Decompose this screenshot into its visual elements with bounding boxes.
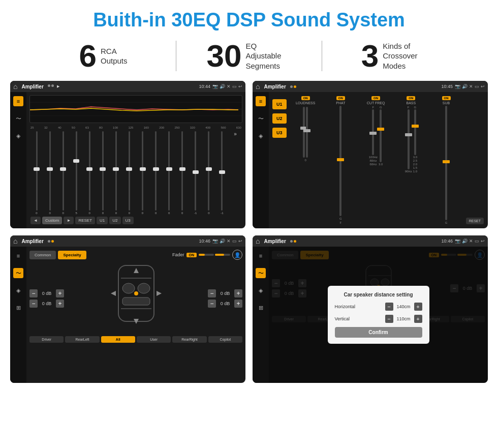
page-title: Buith-in 30EQ DSP Sound System [0,0,498,36]
status-bar-crossover: ⌂ Amplifier 10:45 📷 🔊 ✕ ▭ ↩ [253,81,488,92]
slider-8[interactable]: 0 [137,131,149,215]
fader-sidebar-extra[interactable]: ⊞ [13,303,23,313]
cx-u3-btn[interactable]: U3 [272,128,287,138]
eq-prev-btn[interactable]: ◄ [30,217,41,224]
fader-rearleft-btn[interactable]: RearLeft [65,336,99,343]
dialog-confirm-button[interactable]: Confirm [335,327,422,338]
cx-bass-val4: 2.0 [413,163,417,166]
home-icon-fader[interactable]: ⌂ [13,237,17,245]
stats-row: 6 RCAOutputs 30 EQ AdjustableSegments 3 … [0,36,498,79]
dlg-sidebar-wave[interactable]: 〜 [256,268,266,278]
cx-sidebar-wave[interactable]: 〜 [256,113,266,124]
eq-sidebar: ≡ 〜 ◈ [10,92,26,228]
slider-1[interactable]: 0 [44,131,56,215]
cx-u1-btn[interactable]: U1 [272,99,287,109]
dlg-sidebar-eq[interactable]: ≡ [256,251,266,261]
cx-loudness-sliders [303,107,308,158]
cx-sidebar-eq[interactable]: ≡ [256,96,266,106]
cx-bass-s1[interactable] [408,109,410,169]
fader-minus-3[interactable]: − [208,289,216,297]
fader-specialty-btn[interactable]: Specialty [58,251,86,259]
eq-custom-btn[interactable]: Custom [42,217,63,224]
fader-sidebar-eq[interactable]: ≡ [13,251,23,261]
cx-u2-btn[interactable]: U2 [272,113,287,124]
freq-250: 250 [174,126,179,129]
slider-5[interactable]: 0 [97,131,109,215]
slider-9[interactable]: 0 [150,131,162,215]
slider-3[interactable]: 5 [70,131,82,215]
eq-curve-svg [30,96,242,123]
cx-sub-slider[interactable] [445,106,447,220]
home-icon-eq[interactable]: ⌂ [13,82,17,91]
cx-loudness-slider2[interactable] [306,107,308,158]
sidebar-eq-icon[interactable]: ≡ [13,96,23,106]
cx-cutfreq-label: CUT FREQ [367,101,385,105]
dlg-sidebar-spkr[interactable]: ◈ [256,285,266,295]
fader-user-btn[interactable]: User [137,336,171,343]
fader-minus-4[interactable]: − [208,300,216,308]
slider-13[interactable]: 0 [203,131,215,215]
sidebar-wave-icon[interactable]: 〜 [13,113,23,124]
eq-reset-btn[interactable]: RESET [75,217,95,224]
dialog-horizontal-label: Horizontal [335,304,363,309]
fader-avatar-icon[interactable]: 👤 [232,250,242,260]
fader-time: 10:46 [199,238,210,244]
dlg-sidebar-extra[interactable]: ⊞ [256,303,266,313]
eq-sliders: 0 0 0 5 0 0 0 0 0 0 0 0 -1 0 -1 » [29,131,242,215]
fader-rearright-btn[interactable]: RearRight [172,336,206,343]
slider-11[interactable]: 0 [176,131,189,215]
home-icon-dlg[interactable]: ⌂ [256,237,260,245]
cx-loudness-slider1[interactable] [303,107,305,158]
fader-h-slider2[interactable] [215,254,230,256]
cx-cutfreq-s2[interactable] [380,109,382,162]
slider-0[interactable]: 0 [30,131,43,215]
dialog-vertical-plus[interactable]: + [414,315,422,323]
slider-7[interactable]: 0 [123,131,135,215]
freq-80: 80 [99,126,103,129]
freq-40: 40 [58,126,61,129]
fader-copilot-btn[interactable]: Copilot [208,336,242,343]
fader-plus-3[interactable]: + [234,289,242,297]
fader-minus-2[interactable]: − [29,300,38,308]
fader-h-slider[interactable] [199,254,214,256]
fader-sidebar-spkr[interactable]: ◈ [13,285,23,295]
eq-u3-btn[interactable]: U3 [122,217,134,224]
fader-plus-4[interactable]: + [234,300,242,308]
dialog-vertical-minus[interactable]: − [385,315,393,323]
dialog-horizontal-minus[interactable]: − [385,303,393,311]
stat-number-rca: 6 [79,40,96,72]
sidebar-speaker-icon[interactable]: ◈ [13,131,23,141]
fader-sidebar-wave[interactable]: 〜 [13,268,23,278]
cx-dot2 [294,85,296,88]
fader-minus-1[interactable]: − [29,289,38,297]
dot2 [51,84,54,87]
cx-bass-col: ON BASS F 90Hz [394,96,427,224]
slider-2[interactable]: 0 [57,131,69,215]
slider-expand[interactable]: » [229,131,241,215]
fader-all-btn[interactable]: All [101,336,135,343]
screens-grid: ⌂ Amplifier ▶ 10:44 📷 🔊 ✕ ▭ ↩ ≡ 〜 ◈ [0,79,498,388]
eq-u2-btn[interactable]: U2 [109,217,120,224]
eq-play-btn[interactable]: ► [64,217,74,224]
cx-cutfreq-s1[interactable] [372,109,374,155]
slider-6[interactable]: 0 [110,131,122,215]
fader-driver-btn[interactable]: Driver [29,336,64,343]
dialog-horizontal-plus[interactable]: + [414,303,422,311]
fader-level-row-3: − 0 dB + [208,289,242,297]
slider-4[interactable]: 0 [83,131,96,215]
home-icon-cx[interactable]: ⌂ [256,82,260,91]
dlg-dot1 [290,240,293,243]
fader-plus-1[interactable]: + [56,289,64,297]
fader-plus-2[interactable]: + [56,300,64,308]
slider-10[interactable]: 0 [163,131,175,215]
cx-sidebar-spkr[interactable]: ◈ [256,131,266,141]
fader-common-btn[interactable]: Common [29,251,56,259]
cx-phat-slider[interactable] [339,106,341,216]
slider-12[interactable]: -1 [190,131,202,215]
cx-bass-s2[interactable] [414,109,416,155]
dialog-horizontal-control: − 140cm + [385,303,422,311]
slider-14[interactable]: -1 [216,131,228,215]
dialog-vertical-label: Vertical [335,316,363,321]
cx-reset-btn[interactable]: RESET [466,218,484,224]
eq-u1-btn[interactable]: U1 [97,217,108,224]
